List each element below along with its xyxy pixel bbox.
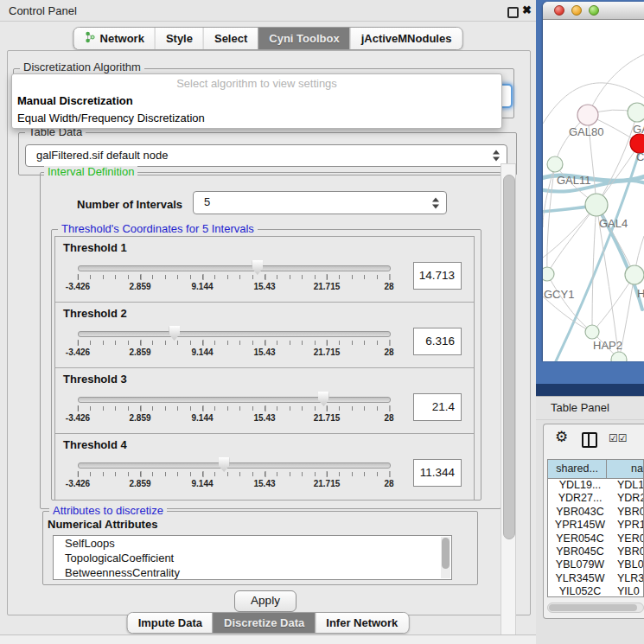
thresholds-panel: Threshold 1 -3.426 2.859 9.144 15.43 21.… bbox=[54, 236, 475, 501]
list-item[interactable]: SelfLoops bbox=[54, 536, 451, 551]
slider-tick-labels: -3.426 2.859 9.144 15.43 21.715 28 bbox=[78, 413, 389, 425]
table-row[interactable]: YPR145WYPR1 bbox=[548, 519, 643, 532]
list-item[interactable]: TopologicalCoefficient bbox=[54, 551, 451, 565]
table-row[interactable]: YIL052CYIL0 bbox=[548, 585, 643, 597]
table-row[interactable]: YLR345WYLR3 bbox=[548, 572, 643, 585]
list-item[interactable]: BetweennessCentrality bbox=[54, 565, 451, 580]
network-graph: GAL80 GA C GAL11 GAL4 GCY1 H HAP2 bbox=[543, 20, 644, 361]
list-scrollbar[interactable] bbox=[441, 537, 450, 578]
slider-track[interactable] bbox=[78, 265, 391, 271]
number-of-intervals-value: 5 bbox=[204, 192, 210, 213]
node-label-gal80: GAL80 bbox=[569, 125, 603, 138]
threshold-1-label: Threshold 1 bbox=[63, 241, 127, 254]
table-header-row: shared... na bbox=[548, 460, 643, 479]
table-horizontal-scrollbar[interactable] bbox=[547, 603, 644, 613]
table-row[interactable]: YDL19...YDL1 bbox=[548, 479, 643, 492]
threshold-3-label: Threshold 3 bbox=[63, 373, 127, 386]
bottom-tab-bar: Impute Data Discretize Data Infer Networ… bbox=[127, 612, 410, 634]
close-icon[interactable]: ✖ bbox=[522, 3, 532, 17]
node-label-hap2: HAP2 bbox=[593, 339, 622, 352]
tab-style[interactable]: Style bbox=[155, 28, 203, 49]
table-row[interactable]: YBR043CYBR0 bbox=[548, 506, 643, 519]
select-columns-icons[interactable]: ☑☑ bbox=[609, 432, 628, 444]
threshold-4-label: Threshold 4 bbox=[63, 438, 127, 451]
network-icon bbox=[85, 31, 96, 46]
threshold-3-value-field[interactable]: 21.4 bbox=[413, 393, 462, 421]
tab-infer-network[interactable]: Infer Network bbox=[315, 613, 408, 633]
slider-minor-ticks bbox=[78, 341, 389, 345]
slider-minor-ticks bbox=[78, 275, 389, 279]
column-header-shared-name[interactable]: shared... bbox=[548, 460, 607, 479]
combo-arrows-icon bbox=[493, 150, 500, 162]
slider-minor-ticks bbox=[78, 406, 389, 411]
column-header-name[interactable]: na bbox=[607, 460, 643, 479]
gear-icon[interactable]: ⚙ bbox=[555, 430, 568, 445]
node-gcy1 bbox=[543, 267, 554, 281]
tab-cyni-toolbox[interactable]: Cyni Toolbox bbox=[258, 28, 349, 49]
slider-thumb[interactable] bbox=[252, 260, 263, 275]
algorithm-option-equal-width[interactable]: Equal Width/Frequency Discretization bbox=[12, 110, 501, 127]
float-window-icon[interactable] bbox=[507, 7, 519, 18]
slider-thumb[interactable] bbox=[219, 457, 230, 472]
tab-discretize-data[interactable]: Discretize Data bbox=[213, 613, 315, 633]
tab-select[interactable]: Select bbox=[203, 28, 258, 49]
panel-scrollbar-thumb[interactable] bbox=[503, 175, 515, 539]
threshold-row-1: Threshold 1 -3.426 2.859 9.144 15.43 21.… bbox=[55, 237, 474, 303]
window-bottom-strip bbox=[0, 635, 536, 644]
close-traffic-light-icon[interactable] bbox=[554, 5, 564, 16]
table-row[interactable]: YDR27...YDR2 bbox=[548, 492, 643, 505]
table-row[interactable]: YBL079WYBL0 bbox=[548, 558, 643, 571]
slider-thumb[interactable] bbox=[169, 326, 180, 341]
threshold-row-4: Threshold 4 -3.426 2.859 9.144 15.43 21.… bbox=[55, 434, 474, 500]
tab-impute-data[interactable]: Impute Data bbox=[128, 613, 213, 633]
tab-network-label: Network bbox=[100, 32, 144, 45]
cyni-toolbox-panel: Discretization Algorithm Table Data galF… bbox=[7, 50, 531, 615]
node-h bbox=[625, 265, 644, 284]
threshold-3-slider[interactable]: -3.426 2.859 9.144 15.43 21.715 28 bbox=[78, 394, 389, 430]
node-gal80 bbox=[577, 105, 598, 125]
algorithm-popup-hint: Select algorithm to view settings bbox=[12, 74, 501, 92]
node-hap2 bbox=[585, 325, 599, 339]
network-canvas[interactable]: GAL80 GA C GAL11 GAL4 GCY1 H HAP2 bbox=[543, 20, 644, 361]
tab-network[interactable]: Network bbox=[74, 28, 155, 49]
interval-definition-title: Interval Definition bbox=[44, 166, 137, 178]
table-horizontal-scrollbar-thumb[interactable] bbox=[549, 604, 637, 611]
spinner-arrows-icon bbox=[432, 197, 439, 208]
number-of-intervals-spinner[interactable]: 5 bbox=[193, 191, 447, 214]
threshold-4-value-field[interactable]: 11.344 bbox=[413, 459, 462, 487]
node-label-partial-c: C bbox=[636, 150, 644, 163]
algorithm-group-title: Discretization Algorithm bbox=[20, 61, 144, 73]
algorithm-option-manual[interactable]: Manual Discretization bbox=[12, 92, 501, 110]
tab-jactivemnodules[interactable]: jActiveMNodules bbox=[350, 28, 462, 49]
threshold-4-slider[interactable]: -3.426 2.859 9.144 15.43 21.715 28 bbox=[78, 460, 389, 496]
table-row[interactable]: YER054CYER0 bbox=[548, 532, 643, 545]
numerical-attributes-label: Numerical Attributes bbox=[48, 518, 157, 531]
slider-minor-ticks bbox=[78, 472, 389, 476]
slider-track[interactable] bbox=[78, 331, 391, 337]
threshold-2-value-field[interactable]: 6.316 bbox=[413, 328, 462, 355]
network-window-titlebar[interactable] bbox=[543, 2, 644, 20]
slider-track[interactable] bbox=[78, 397, 391, 403]
node-label-partial-h: H bbox=[637, 287, 644, 300]
threshold-2-slider[interactable]: -3.426 2.859 9.144 15.43 21.715 28 bbox=[78, 328, 389, 365]
slider-tick-labels: -3.426 2.859 9.144 15.43 21.715 28 bbox=[78, 282, 389, 294]
node-table[interactable]: shared... na YDL19...YDL1 YDR27...YDR2 Y… bbox=[547, 459, 644, 597]
node-label-gal4: GAL4 bbox=[599, 217, 628, 230]
numerical-attributes-list[interactable]: SelfLoops TopologicalCoefficient Between… bbox=[53, 535, 452, 580]
screen: Control Panel ✖ Network Style Select Cyn… bbox=[0, 0, 644, 644]
minimize-traffic-light-icon[interactable] bbox=[571, 5, 582, 16]
slider-tick-labels: -3.426 2.859 9.144 15.43 21.715 28 bbox=[78, 348, 389, 360]
panel-scrollbar[interactable] bbox=[501, 163, 516, 644]
column-layout-icon[interactable] bbox=[582, 432, 597, 448]
top-tab-bar: Network Style Select Cyni Toolbox jActiv… bbox=[73, 27, 463, 50]
slider-thumb[interactable] bbox=[318, 392, 329, 406]
threshold-1-slider[interactable]: -3.426 2.859 9.144 15.43 21.715 28 bbox=[78, 263, 389, 299]
list-scrollbar-thumb[interactable] bbox=[442, 538, 450, 569]
table-row[interactable]: YBR045CYBR0 bbox=[548, 545, 643, 558]
threshold-1-value-field[interactable]: 14.713 bbox=[413, 262, 462, 290]
zoom-traffic-light-icon[interactable] bbox=[589, 5, 599, 16]
table-data-combobox[interactable]: galFiltered.sif default node bbox=[25, 144, 507, 167]
apply-button[interactable]: Apply bbox=[234, 590, 296, 612]
slider-tick-labels: -3.426 2.859 9.144 15.43 21.715 28 bbox=[78, 479, 389, 491]
slider-track[interactable] bbox=[78, 462, 391, 469]
